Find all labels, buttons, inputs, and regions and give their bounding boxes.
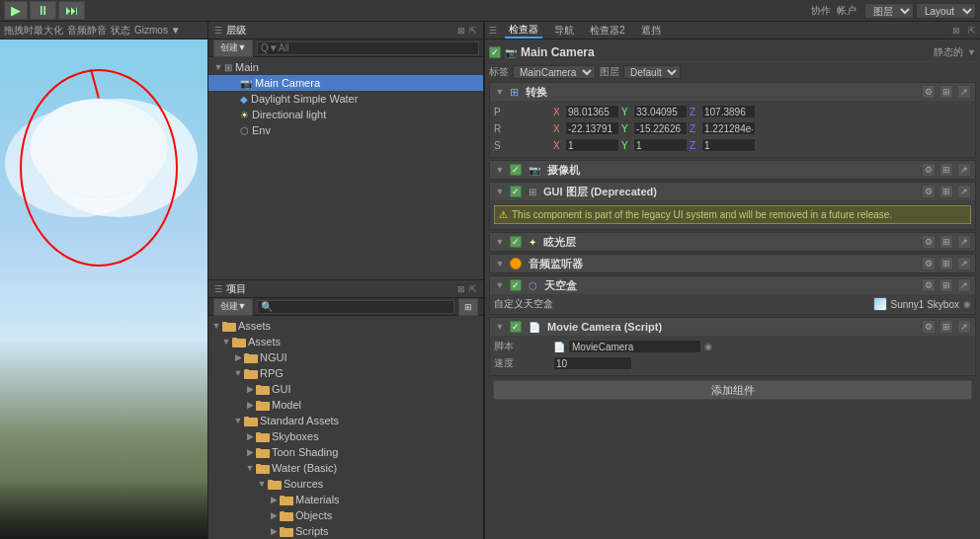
- project-search[interactable]: [257, 300, 454, 314]
- flare-extra-btn[interactable]: ⊞: [939, 235, 953, 249]
- hierarchy-item-env[interactable]: ⬡ Env: [208, 122, 483, 138]
- transform-extra-btn[interactable]: ⊞: [939, 85, 953, 99]
- terrain-silhouette: [0, 480, 207, 539]
- tree-skyboxes[interactable]: ▶ Skyboxes: [208, 428, 483, 444]
- script-ref-input[interactable]: [568, 340, 701, 353]
- position-row: P X Y Z: [494, 104, 971, 119]
- rot-x[interactable]: [565, 121, 619, 135]
- hierarchy-item-water[interactable]: ◆ Daylight Simple Water: [208, 91, 483, 107]
- layer-dropdown[interactable]: Default: [623, 65, 681, 79]
- transform-settings-btn[interactable]: ⚙: [922, 85, 936, 99]
- pause-button[interactable]: ⏸: [30, 1, 56, 20]
- gizmos-dropdown[interactable]: Gizmos ▼: [134, 25, 181, 36]
- svg-rect-18: [256, 465, 270, 474]
- rot-z[interactable]: [701, 121, 756, 135]
- gui-layer-extra-btn[interactable]: ⊞: [939, 185, 953, 198]
- svg-rect-6: [244, 370, 258, 379]
- tag-dropdown[interactable]: MainCamera: [513, 65, 596, 79]
- stats-toggle[interactable]: 状态: [111, 24, 130, 38]
- audio-toggle[interactable]: 音频静音: [67, 24, 107, 38]
- tree-objects[interactable]: ▶ Objects: [208, 507, 483, 523]
- tree-model[interactable]: ▶ Model: [208, 397, 483, 413]
- hierarchy-create-btn[interactable]: 创建▼: [213, 39, 253, 57]
- scale-y[interactable]: [633, 138, 688, 152]
- gui-layer-pin-btn[interactable]: ↗: [957, 185, 971, 198]
- rot-y[interactable]: [633, 121, 688, 135]
- layout-dropdown[interactable]: Layout: [916, 3, 976, 19]
- camera-enabled[interactable]: ✓: [510, 164, 522, 176]
- scale-z[interactable]: [701, 138, 756, 152]
- tab-navigation[interactable]: 导航: [550, 24, 578, 38]
- audio-extra-btn[interactable]: ⊞: [939, 257, 953, 270]
- audio-listener-header[interactable]: ▼ 音频监听器 ⚙ ⊞ ↗: [490, 255, 975, 272]
- tab-inspector2[interactable]: 检查器2: [586, 24, 629, 38]
- gui-layer-header[interactable]: ▼ ✓ ⊞ GUI 图层 (Deprecated) ⚙ ⊞ ↗: [490, 183, 975, 200]
- static-dropdown[interactable]: ▼: [967, 47, 976, 57]
- tree-gui[interactable]: ▶ GUI: [208, 381, 483, 397]
- movie-settings-btn[interactable]: ⚙: [922, 320, 936, 334]
- tree-standard-assets[interactable]: ▼ Standard Assets: [208, 413, 483, 428]
- maximize-toggle[interactable]: 拖拽时最大化: [4, 24, 63, 38]
- hierarchy-item-directional-light[interactable]: ☀ Directional light: [208, 107, 483, 122]
- hierarchy-search[interactable]: [257, 41, 479, 55]
- camera-header[interactable]: ▼ ✓ 📷 摄像机 ⚙ ⊞ ↗: [490, 161, 975, 179]
- project-create-btn[interactable]: 创建▼: [213, 298, 253, 316]
- flare-settings-btn[interactable]: ⚙: [922, 235, 936, 249]
- camera-expand: ▼: [494, 165, 506, 175]
- tree-scripts[interactable]: ▶ Scripts: [208, 523, 483, 539]
- speed-input[interactable]: [553, 356, 632, 370]
- hierarchy-toolbar: 创建▼: [208, 39, 483, 57]
- skybox-select-btn[interactable]: ◉: [963, 299, 971, 309]
- flare-enabled[interactable]: ✓: [510, 236, 522, 248]
- tree-toon-shading[interactable]: ▶ Toon Shading: [208, 444, 483, 460]
- tree-sources[interactable]: ▼ Sources: [208, 476, 483, 492]
- camera-settings-btn[interactable]: ⚙: [922, 163, 936, 177]
- gui-layer-enabled[interactable]: ✓: [510, 186, 522, 197]
- layers-dropdown[interactable]: 图层: [864, 3, 914, 19]
- script-select-btn[interactable]: ◉: [704, 342, 712, 351]
- flare-pin-btn[interactable]: ↗: [957, 235, 971, 249]
- scene-canvas[interactable]: [0, 39, 207, 539]
- script-row: 脚本 📄 ◉: [494, 339, 971, 354]
- skybox-settings-btn[interactable]: ⚙: [922, 278, 936, 292]
- flare-layer-header[interactable]: ▼ ✓ ✦ 眩光层 ⚙ ⊞ ↗: [490, 233, 975, 251]
- skybox-pin-btn[interactable]: ↗: [957, 278, 971, 292]
- tree-water-basic[interactable]: ▼ Water (Basic): [208, 460, 483, 476]
- audio-pin-btn[interactable]: ↗: [957, 257, 971, 270]
- movie-camera-header[interactable]: ▼ ✓ 📄 Movie Camera (Script) ⚙ ⊞ ↗: [490, 318, 975, 336]
- scale-x[interactable]: [565, 138, 619, 152]
- hierarchy-item-main-camera[interactable]: 📷 Main Camera: [208, 75, 483, 91]
- movie-extra-btn[interactable]: ⊞: [939, 320, 953, 334]
- skybox-enabled[interactable]: ✓: [510, 279, 522, 291]
- movie-enabled[interactable]: ✓: [510, 321, 522, 333]
- object-active-checkbox[interactable]: ✓: [489, 46, 501, 58]
- tree-rpg[interactable]: ▼ RPG: [208, 365, 483, 381]
- tree-assets[interactable]: ▼ Assets: [208, 334, 483, 349]
- hierarchy-item-main[interactable]: ▼ ⊞ Main: [208, 59, 483, 75]
- y-label: Y: [621, 107, 631, 117]
- pos-x[interactable]: [565, 105, 619, 118]
- tab-occlusion[interactable]: 遮挡: [637, 24, 665, 38]
- center-panels: ☰ 层级 ⊠ ⇱ 创建▼ ▼ ⊞ Main 📷: [207, 22, 484, 539]
- tree-ngui[interactable]: ▶ NGUI: [208, 349, 483, 365]
- transform-header[interactable]: ▼ ⊞ 转换 ⚙ ⊞ ↗: [490, 83, 975, 101]
- pos-z[interactable]: [701, 105, 756, 118]
- tree-assets-root[interactable]: ▼ Assets: [208, 318, 483, 334]
- step-button[interactable]: ⏭: [58, 1, 85, 20]
- transform-pin-btn[interactable]: ↗: [957, 85, 971, 99]
- skybox-extra-btn[interactable]: ⊞: [939, 278, 953, 292]
- camera-extra-btn[interactable]: ⊞: [939, 163, 953, 177]
- play-button[interactable]: ▶: [4, 1, 28, 20]
- static-label: 静态的: [934, 45, 963, 59]
- movie-pin-btn[interactable]: ↗: [957, 320, 971, 334]
- pos-y[interactable]: [633, 105, 688, 118]
- tab-inspector[interactable]: 检查器: [505, 23, 542, 38]
- gui-layer-settings-btn[interactable]: ⚙: [922, 185, 936, 198]
- camera-pin-btn[interactable]: ↗: [957, 163, 971, 177]
- audio-settings-btn[interactable]: ⚙: [922, 257, 936, 270]
- svg-rect-1: [222, 322, 227, 324]
- skybox-header[interactable]: ▼ ✓ ⬡ 天空盒 ⚙ ⊞ ↗: [490, 276, 975, 294]
- tree-materials[interactable]: ▶ Materials: [208, 492, 483, 507]
- add-component-btn[interactable]: 添加组件: [493, 380, 972, 400]
- project-filter-btn[interactable]: ⊞: [458, 298, 478, 316]
